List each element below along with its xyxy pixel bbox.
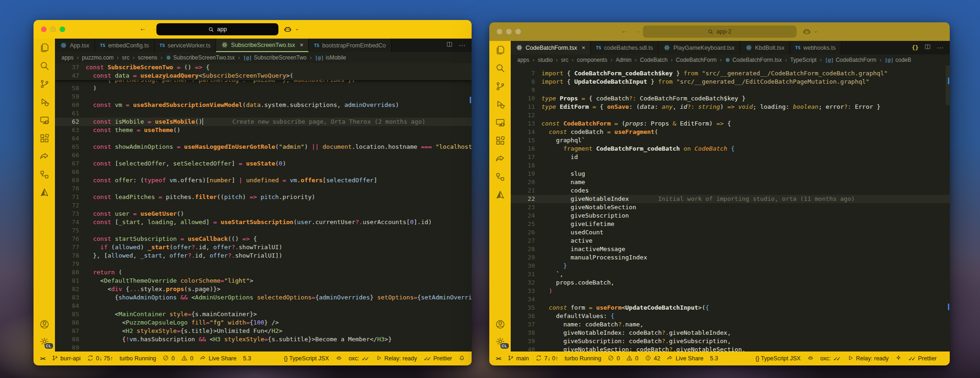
command-center-search[interactable]: app-2	[643, 26, 797, 38]
copilot-robot-icon[interactable]	[283, 24, 293, 34]
code-line[interactable]: 21 codes	[511, 186, 950, 195]
code-line[interactable]: 10type Props = { codeBatch?: CodeBatchFo…	[511, 94, 950, 103]
breadcrumb-item-screens[interactable]: screens	[138, 54, 157, 61]
search-icon[interactable]	[495, 63, 506, 73]
code-line[interactable]: 27 active	[511, 237, 950, 245]
chevron-down-icon[interactable]: ⌄	[814, 28, 818, 34]
0-status[interactable]: 0	[181, 355, 193, 363]
vscode-window-right[interactable]: ← → app-2 ⌄ CL CodeBatchForm.tsx×TScodeB…	[489, 22, 950, 365]
run-debug-icon[interactable]	[39, 97, 50, 107]
code-line[interactable]: 76 const startSubscription = useCallback…	[55, 235, 472, 243]
minimize-window-button[interactable]	[506, 29, 512, 34]
bell-status[interactable]	[459, 355, 465, 363]
code-line[interactable]: 29 manualProcessingIndex	[511, 253, 950, 262]
code-line[interactable]: 70	[55, 185, 472, 193]
robot-status[interactable]	[807, 355, 814, 363]
run-debug-icon[interactable]	[495, 99, 506, 110]
title-bar[interactable]: ← → app-2 ⌄	[489, 22, 950, 41]
5-3-status[interactable]: 5.3	[243, 355, 251, 362]
extensions-icon[interactable]	[39, 133, 50, 144]
tab-embedconfig-ts[interactable]: TSembedConfig.ts	[95, 39, 155, 52]
code-line[interactable]: 81 <DefaultThemeOverride colorScheme="li…	[55, 277, 472, 285]
code-line[interactable]: 79	[55, 260, 472, 268]
code-line[interactable]: 36 defaultValues: {	[511, 312, 950, 320]
breadcrumb-item-codebatchform[interactable]: [@]CodeBatchForm	[825, 57, 876, 63]
remote-explorer-icon[interactable]	[495, 117, 506, 128]
remote-status[interactable]: ><	[496, 356, 501, 361]
close-icon[interactable]: ×	[300, 41, 304, 48]
source-control-icon[interactable]	[39, 79, 50, 89]
live-share-icon[interactable]	[495, 153, 506, 164]
code-line[interactable]: 23 giveNotableSection	[511, 203, 950, 212]
42-status[interactable]: 42	[645, 355, 660, 363]
live-share-status[interactable]: Live Share	[200, 355, 237, 363]
copilot-robot-icon[interactable]	[802, 27, 812, 37]
close-window-button[interactable]	[497, 29, 502, 34]
code-line[interactable]: 69 const offer: (typeof vm.offers)[numbe…	[55, 176, 472, 185]
extensions-icon[interactable]	[495, 135, 506, 146]
account-icon[interactable]	[495, 319, 506, 330]
code-line[interactable]: 73 const user = useGetUser()	[55, 210, 472, 218]
code-line[interactable]: 12	[511, 111, 950, 119]
search-icon[interactable]	[39, 60, 50, 71]
source-control-icon[interactable]	[495, 81, 506, 92]
breadcrumb-item-src[interactable]: src	[561, 57, 568, 63]
code-line[interactable]: 38 giveNotableIndex: codeBatch?.giveNota…	[511, 329, 950, 337]
code-line[interactable]: 58 )	[55, 84, 472, 93]
breadcrumb-item-subscribescreentwo-tsx[interactable]: SubscribeScreenTwo.tsx	[166, 54, 235, 61]
code-line[interactable]: 47 const data = useLazyLoadQuery<Subscri…	[55, 72, 472, 80]
code-line[interactable]: 82 <div {...stylex.props(s.page)}>	[55, 285, 472, 293]
code-line[interactable]: 8import { UpdateCodeBatchInput } from "s…	[511, 78, 950, 86]
sparkle-status[interactable]	[895, 355, 902, 363]
code-line[interactable]: 86 <PuzzmoCapsuleLogo fill="fg" width={1…	[55, 318, 472, 327]
breadcrumb-item-src[interactable]: src	[122, 54, 129, 61]
code-line[interactable]: 75	[55, 226, 472, 235]
code-line[interactable]: 88 {!vm.hasSubscription && <H3 stylexSty…	[55, 335, 472, 344]
relay-ready-status[interactable]: Relay: ready	[847, 355, 889, 363]
split-editor-icon[interactable]	[446, 41, 453, 50]
0-status[interactable]: 0	[626, 355, 638, 363]
tab-codebatchform-tsx[interactable]: CodeBatchForm.tsx×	[511, 41, 591, 54]
code-line[interactable]: 30 }	[511, 262, 950, 270]
live-share-icon[interactable]	[39, 151, 50, 162]
0-status[interactable]: 0	[162, 355, 175, 363]
braces-icon[interactable]: {}	[912, 45, 919, 51]
code-line[interactable]: 37 name: codeBatch?.name,	[511, 320, 950, 329]
back-arrow-icon[interactable]: ←	[621, 27, 628, 34]
5-3-status[interactable]: 5.3	[710, 355, 718, 362]
robot-status[interactable]	[336, 355, 342, 363]
oxc-status[interactable]: oxc:✓✓	[349, 355, 369, 362]
code-line[interactable]: 65 const showAdminOptions = useHasLogged…	[55, 143, 472, 151]
typescript-jsx-status[interactable]: {} TypeScript JSX	[284, 355, 329, 362]
code-line[interactable]: 35 const form = useForm<UpdateCodeBatchI…	[511, 304, 950, 312]
turbo-running-status[interactable]: turbo Running	[120, 355, 156, 362]
code-line[interactable]: 84	[55, 302, 472, 310]
7-0-status[interactable]: 7↓ 0↑	[535, 355, 558, 363]
oxc-status[interactable]: oxc:✓✓	[820, 355, 841, 362]
code-line[interactable]: 39 giveSubscription: codeBatch?.giveSubs…	[511, 337, 950, 345]
vscode-window-left[interactable]: ← → app ⌄ CL App.tsxTSembedConfig.tsTSse…	[34, 20, 472, 365]
code-line[interactable]: 24 giveSubscription	[511, 212, 950, 220]
remote-explorer-icon[interactable]	[39, 115, 50, 126]
relay-ready-status[interactable]: Relay: ready	[376, 355, 417, 363]
tab-webhooks-ts[interactable]: TSwebhooks.ts	[790, 41, 841, 54]
0-status[interactable]: 0	[608, 355, 620, 363]
0-75-status[interactable]: 0↓ 75↑	[87, 355, 113, 363]
code-line[interactable]: 11type EditForm = { onSave: (data: any, …	[511, 103, 950, 111]
tab-app-tsx[interactable]: App.tsx	[55, 39, 95, 52]
code-line[interactable]: 67 const [selectedOffer, setSelectedOffe…	[55, 159, 472, 168]
code-line[interactable]: 32 props.codeBatch,	[511, 279, 950, 287]
breadcrumb-item-studio[interactable]: studio	[538, 57, 553, 63]
turbo-running-status[interactable]: turbo Running	[565, 355, 602, 362]
main-status[interactable]: main	[507, 355, 529, 363]
code-line[interactable]: 9	[511, 86, 950, 94]
settings-icon[interactable]: CL	[39, 336, 50, 347]
breadcrumb-item-codeb[interactable]: [@]codeB	[885, 57, 911, 63]
tab-serviceworker-ts[interactable]: TSserviceWorker.ts	[155, 39, 216, 52]
zoom-window-button[interactable]	[60, 27, 65, 32]
scrollbar-thumb[interactable]	[946, 66, 950, 105]
code-line[interactable]: 37const SubscribeScreenTwo = () => {	[55, 63, 472, 72]
breadcrumb-item-apps[interactable]: apps	[517, 57, 529, 63]
code-line[interactable]: 63 const theme = useTheme()	[55, 126, 472, 134]
breadcrumb-item-codebatch[interactable]: CodeBatch	[640, 57, 667, 63]
